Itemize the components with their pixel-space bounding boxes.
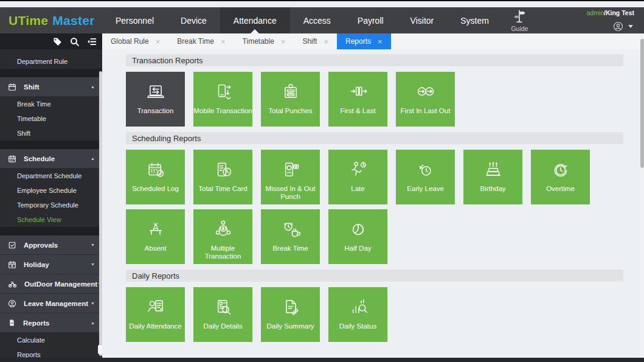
person-icon bbox=[8, 299, 16, 308]
report-tile-late[interactable]: Late bbox=[328, 150, 387, 204]
report-tile-birthday[interactable]: Birthday bbox=[463, 150, 522, 204]
tile-label: Half Day bbox=[344, 245, 371, 252]
tile-label-wrap: Multiple Transaction bbox=[193, 242, 252, 264]
signpost-icon bbox=[511, 9, 527, 24]
report-tile-daily-status[interactable]: Daily Status bbox=[328, 287, 387, 342]
check-square-icon bbox=[8, 241, 16, 249]
user-name-label: King Test bbox=[606, 9, 634, 16]
tab-timetable[interactable]: Timetable× bbox=[234, 33, 294, 49]
report-tile-daily-details[interactable]: Daily Details bbox=[193, 287, 252, 342]
report-tile-multiple-transaction[interactable]: Multiple Transaction bbox=[193, 209, 252, 264]
tab-global-rule[interactable]: Global Rule× bbox=[102, 33, 168, 49]
tile-label-wrap: Transaction bbox=[126, 105, 185, 127]
reports-panel: Transaction ReportsTransactionMobile Tra… bbox=[102, 49, 640, 358]
app-logo: UTime Master bbox=[0, 7, 102, 33]
close-tab-icon[interactable]: × bbox=[378, 38, 383, 46]
report-tile-half-day[interactable]: Half Day bbox=[328, 209, 387, 264]
tile-label: First & Last bbox=[340, 107, 375, 115]
report-tile-daily-attendance[interactable]: Daily Attendance bbox=[126, 287, 185, 342]
scheduled-log-icon bbox=[126, 150, 185, 183]
nav-item-system[interactable]: System bbox=[447, 7, 502, 33]
user-menu-button[interactable] bbox=[612, 21, 634, 32]
sidebar-group-outdoor-management[interactable]: OutDoor Management▼ bbox=[0, 274, 102, 294]
sidebar-group-label: Approvals bbox=[24, 242, 58, 249]
close-tab-icon[interactable]: × bbox=[281, 38, 286, 46]
nav-item-payroll[interactable]: Payroll bbox=[344, 7, 397, 33]
sidebar-item-schedule-view[interactable]: Schedule View bbox=[0, 212, 102, 227]
tag-icon[interactable] bbox=[52, 37, 63, 47]
tab-break-time[interactable]: Break Time× bbox=[168, 33, 234, 49]
nav-item-attendance[interactable]: Attendance bbox=[220, 7, 290, 33]
tile-label: Missed In & Out Punch bbox=[261, 185, 320, 201]
sidebar-group-schedule[interactable]: Schedule▲ bbox=[0, 149, 102, 169]
sidebar-item-timetable[interactable]: Timetable bbox=[0, 111, 102, 126]
search-icon[interactable] bbox=[69, 37, 80, 47]
tile-label-wrap: First & Last bbox=[328, 105, 387, 127]
report-tile-mobile-transaction[interactable]: Mobile Transaction bbox=[193, 72, 252, 127]
report-tile-daily-summary[interactable]: Daily Summary bbox=[261, 287, 320, 342]
sidebar-item-label: Timetable bbox=[17, 115, 46, 122]
sidebar-item-employee-schedule[interactable]: Employee Schedule bbox=[0, 183, 102, 198]
tab-reports[interactable]: Reports× bbox=[337, 33, 391, 49]
sidebar-scrollbar[interactable] bbox=[99, 71, 102, 356]
tile-label: Daily Status bbox=[339, 322, 376, 330]
report-tile-absent[interactable]: Absent bbox=[126, 209, 185, 264]
sidebar: Global RuleDepartment RuleShift▲Break Ti… bbox=[0, 33, 102, 358]
sidebar-group-reports[interactable]: Reports▲ bbox=[0, 313, 102, 333]
report-tile-transaction[interactable]: Transaction bbox=[126, 72, 185, 127]
report-tile-total-punches[interactable]: Total Punches bbox=[261, 72, 320, 127]
close-tab-icon[interactable]: × bbox=[221, 38, 226, 46]
tab-label: Timetable bbox=[243, 37, 274, 46]
tile-label-wrap: Scheduled Log bbox=[126, 183, 185, 204]
close-tab-icon[interactable]: × bbox=[324, 38, 328, 46]
tab-shift[interactable]: Shift× bbox=[294, 33, 337, 49]
report-tile-first-in-last-out[interactable]: First In Last Out bbox=[396, 72, 455, 127]
report-tile-total-time-card[interactable]: Total Time Card bbox=[193, 150, 252, 204]
report-tile-scheduled-log[interactable]: Scheduled Log bbox=[126, 150, 185, 204]
sidebar-item-department-rule[interactable]: Department Rule bbox=[0, 54, 102, 69]
tile-label: Scheduled Log bbox=[132, 185, 179, 193]
report-tile-missed-in-out-punch[interactable]: Missed In & Out Punch bbox=[261, 150, 320, 204]
sidebar-group-shift[interactable]: Shift▲ bbox=[0, 77, 102, 97]
late-icon bbox=[328, 150, 387, 183]
tile-label-wrap: Daily Details bbox=[193, 320, 252, 342]
sidebar-item-break-time[interactable]: Break Time bbox=[0, 97, 102, 111]
nav-item-personnel[interactable]: Personnel bbox=[102, 7, 167, 33]
sidebar-item-temporary-schedule[interactable]: Temporary Schedule bbox=[0, 198, 102, 212]
sidebar-scrollbar-thumb[interactable] bbox=[98, 345, 102, 354]
tile-label-wrap: Total Punches bbox=[261, 105, 320, 127]
sidebar-divider bbox=[0, 69, 102, 77]
missed-punch-icon bbox=[261, 150, 320, 183]
tile-label-wrap: Birthday bbox=[463, 183, 522, 204]
sidebar-group-approvals[interactable]: Approvals▼ bbox=[0, 235, 102, 255]
sidebar-group-holiday[interactable]: Holiday▼ bbox=[0, 255, 102, 274]
chevron-down-icon: ▼ bbox=[91, 301, 95, 305]
nav-item-visitor[interactable]: Visitor bbox=[397, 7, 448, 33]
chevron-up-icon: ▲ bbox=[91, 156, 95, 161]
motorcycle-icon bbox=[8, 279, 17, 288]
main-scrollbar[interactable] bbox=[640, 33, 644, 358]
sidebar-item-department-schedule[interactable]: Department Schedule bbox=[0, 169, 102, 183]
report-tile-overtime[interactable]: Overtime bbox=[531, 150, 590, 204]
nav-item-access[interactable]: Access bbox=[290, 7, 344, 33]
sidebar-group-leave-management[interactable]: Leave Management▼ bbox=[0, 294, 102, 313]
report-tile-first-last[interactable]: First & Last bbox=[328, 72, 387, 127]
sidebar-item-reports[interactable]: Reports bbox=[0, 347, 102, 358]
report-tile-break-time[interactable]: Break Time bbox=[261, 209, 320, 264]
sidebar-item-label: Department Schedule bbox=[17, 172, 81, 179]
section-header-scheduling-reports: Scheduling Reports bbox=[126, 132, 623, 144]
sidebar-item-calculate[interactable]: Calculate bbox=[0, 333, 102, 347]
nav-item-label: Payroll bbox=[358, 16, 384, 26]
sidebar-item-label: Temporary Schedule bbox=[17, 201, 78, 209]
guide-button[interactable]: Guide bbox=[511, 9, 528, 32]
tile-label-wrap: Daily Summary bbox=[261, 320, 320, 342]
main-scrollbar-thumb[interactable] bbox=[640, 39, 644, 168]
nav-item-label: Visitor bbox=[410, 16, 434, 26]
report-tile-early-leave[interactable]: Early Leave bbox=[396, 150, 455, 204]
close-tab-icon[interactable]: × bbox=[156, 38, 161, 46]
transaction-icon bbox=[126, 72, 185, 105]
tile-label-wrap: Late bbox=[328, 183, 387, 204]
collapse-menu-icon[interactable] bbox=[86, 37, 97, 47]
nav-item-device[interactable]: Device bbox=[167, 7, 220, 33]
sidebar-item-shift[interactable]: Shift bbox=[0, 126, 102, 141]
